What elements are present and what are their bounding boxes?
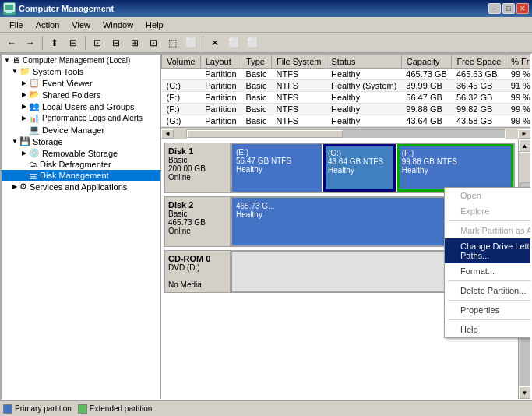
table-row[interactable]: (G:) Partition Basic NTFS Healthy 43.64 … — [162, 115, 531, 127]
cell-status: Healthy — [326, 69, 401, 80]
partition-f-label: (F:) — [402, 149, 509, 157]
v-scroll-up[interactable]: ▲ — [519, 139, 531, 152]
tree-label-perf-logs: Performance Logs and Alerts — [42, 114, 143, 122]
cell-type: Basic — [241, 80, 272, 92]
col-header-layout: Layout — [200, 55, 241, 69]
ctx-format[interactable]: Format... — [445, 263, 530, 279]
tree-item-shared-folders[interactable]: ▶ 📂 Shared Folders — [2, 89, 160, 100]
disk1-label: Disk 1 Basic 200.00 GB Online — [164, 143, 231, 193]
ctx-delete-partition[interactable]: Delete Partition... — [445, 283, 530, 298]
cell-layout: Partition — [200, 115, 241, 127]
partition-g[interactable]: (G:) 43.64 GB NTFS Healthy — [323, 144, 396, 192]
table-row[interactable]: (F:) Partition Basic NTFS Healthy 99.88 … — [162, 104, 531, 115]
tree-item-local-users[interactable]: ▶ 👥 Local Users and Groups — [2, 100, 160, 112]
up-button[interactable]: ⬆ — [46, 35, 63, 51]
app-title: Computer Management — [19, 4, 485, 13]
menu-view[interactable]: View — [65, 19, 97, 31]
expand-icon-sa: ▶ — [11, 183, 19, 191]
ctx-open[interactable]: Open — [445, 188, 530, 203]
cdrom-label: CD-ROM 0 DVD (D:) No Media — [164, 250, 231, 293]
cell-layout: Partition — [200, 104, 241, 115]
disk2-label: Disk 2 Basic 465.73 GB Online — [164, 196, 231, 247]
expand-icon-dd — [20, 160, 28, 168]
cell-freespace: 43.58 GB — [452, 115, 506, 127]
expand-icon-dm — [20, 126, 28, 134]
toolbar-btn-6[interactable]: ⊡ — [145, 35, 162, 51]
menu-action[interactable]: Action — [30, 19, 66, 31]
left-panel: ▼ 🖥 Computer Management (Local) ▼ 📁 Syst… — [2, 55, 161, 399]
tree-item-computer-management[interactable]: ▼ 🖥 Computer Management (Local) — [2, 55, 160, 65]
legend-primary-box — [3, 404, 12, 414]
menu-file[interactable]: File — [3, 19, 30, 31]
cell-pctfree: 99 % — [506, 92, 530, 104]
toolbar-btn-8[interactable]: ⬜ — [182, 35, 199, 51]
delete-button[interactable]: ✕ — [206, 35, 224, 51]
forward-button[interactable]: → — [22, 35, 39, 51]
close-button[interactable]: ✕ — [516, 3, 529, 14]
v-scroll-down[interactable]: ▼ — [519, 386, 531, 399]
ctx-explore[interactable]: Explore — [445, 203, 530, 219]
tree-item-storage[interactable]: ▼ 💾 Storage — [2, 136, 160, 147]
h-scroll-right[interactable]: ► — [518, 129, 530, 139]
cell-volume: (G:) — [162, 115, 201, 127]
partition-f-status: Healthy — [402, 166, 509, 175]
partition-disk2-size: 465.73 G... — [236, 202, 463, 210]
h-scroll-left[interactable]: ◄ — [161, 129, 174, 139]
menu-window[interactable]: Window — [97, 19, 139, 31]
ctx-mark-active[interactable]: Mark Partition as Active — [445, 223, 530, 238]
disk2-status: Online — [168, 227, 191, 235]
table-row[interactable]: Partition Basic NTFS Healthy 465.73 GB 4… — [162, 69, 531, 80]
cell-volume: (F:) — [162, 104, 201, 115]
toolbar-btn-7[interactable]: ⬚ — [164, 35, 181, 51]
tree-item-event-viewer[interactable]: ▶ 📋 Event Viewer — [2, 77, 160, 89]
legend-extended: Extended partition — [78, 404, 153, 414]
h-scroll-track[interactable] — [186, 129, 506, 139]
ctx-change-letter[interactable]: Change Drive Letter and Paths... — [445, 238, 530, 263]
ctx-sep-2 — [448, 280, 530, 281]
partition-e[interactable]: (E:) 56.47 GB NTFS Healthy — [232, 144, 322, 192]
tree-item-disk-management[interactable]: 🖴 Disk Management — [2, 170, 160, 181]
show-hide-tree-button[interactable]: ⊟ — [65, 35, 82, 51]
cell-freespace: 99.82 GB — [452, 104, 506, 115]
partition-f-size: 99.88 GB NTFS — [402, 157, 509, 166]
defrag-icon: 🗂 — [29, 160, 37, 169]
partition-disk2-main[interactable]: 465.73 G... Healthy — [232, 198, 467, 245]
tree-item-defrag[interactable]: 🗂 Disk Defragmenter — [2, 159, 160, 170]
tree-item-services[interactable]: ▶ ⚙ Services and Applications — [2, 181, 160, 192]
disk1-status: Online — [168, 173, 191, 182]
export-button[interactable]: ⬜ — [225, 35, 242, 51]
expand-icon-lu: ▶ — [20, 103, 28, 111]
partition-disk2-status: Healthy — [236, 210, 463, 219]
toolbar-btn-4[interactable]: ⊟ — [107, 35, 125, 51]
app-icon — [3, 2, 16, 15]
toolbar: ← → ⬆ ⊟ ⊡ ⊟ ⊞ ⊡ ⬚ ⬜ ✕ ⬜ ⬜ — [0, 33, 532, 53]
toolbar-btn-3[interactable]: ⊡ — [89, 35, 106, 51]
ctx-properties[interactable]: Properties — [445, 302, 530, 318]
menu-bar: File Action View Window Help — [0, 17, 532, 33]
tree-item-perf-logs[interactable]: ▶ 📊 Performance Logs and Alerts — [2, 112, 160, 124]
partition-f[interactable]: (F:) 99.88 GB NTFS Healthy — [397, 144, 513, 192]
window-controls: – □ ✕ — [488, 3, 529, 14]
back-button[interactable]: ← — [3, 35, 20, 51]
cell-type: Basic — [241, 69, 272, 80]
toolbar-btn-5[interactable]: ⊞ — [126, 35, 143, 51]
folder-icon: 📁 — [19, 66, 30, 76]
horizontal-scrollbar[interactable]: ◄ ► — [161, 127, 530, 139]
properties-toolbar-button[interactable]: ⬜ — [244, 35, 261, 51]
maximize-button[interactable]: □ — [502, 3, 515, 14]
table-row[interactable]: (E:) Partition Basic NTFS Healthy 56.47 … — [162, 92, 531, 104]
v-scroll-thumb[interactable] — [520, 152, 530, 183]
tree-item-removable[interactable]: ▶ 💿 Removable Storage — [2, 147, 160, 159]
ctx-sep-3 — [448, 300, 530, 301]
toolbar-separator-1 — [42, 36, 43, 50]
ctx-help[interactable]: Help — [445, 322, 530, 337]
tree-item-device-manager[interactable]: 💻 Device Manager — [2, 124, 160, 136]
menu-help[interactable]: Help — [139, 19, 170, 31]
tree-item-system-tools[interactable]: ▼ 📁 System Tools — [2, 65, 160, 77]
cell-volume — [162, 69, 201, 80]
h-scroll-thumb[interactable] — [187, 130, 343, 138]
table-row[interactable]: (C:) Partition Basic NTFS Healthy (Syste… — [162, 80, 531, 92]
cell-pctfree: 91 % — [506, 80, 530, 92]
minimize-button[interactable]: – — [488, 3, 501, 14]
partition-table-scroll[interactable]: Volume Layout Type File System Status Ca… — [161, 55, 530, 127]
